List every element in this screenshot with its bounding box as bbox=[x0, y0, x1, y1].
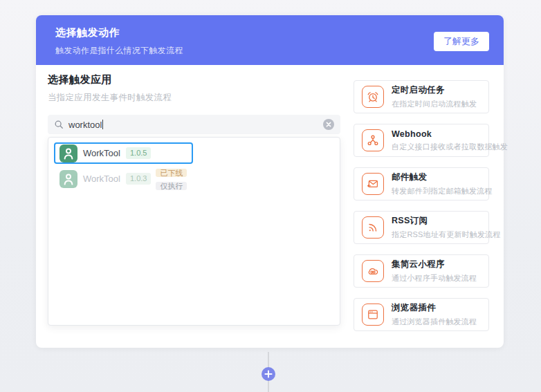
search-input[interactable]: worktool bbox=[48, 115, 340, 134]
trigger-card-4[interactable]: 集简云小程序 通过小程序手动触发流程 bbox=[354, 254, 489, 288]
trigger-card-5[interactable]: 浏览器插件 通过浏览器插件触发流程 bbox=[354, 298, 489, 331]
app-name: WorkTool bbox=[83, 148, 120, 158]
app-version-badge: 1.0.5 bbox=[126, 147, 151, 159]
app-status-badges: 已下线仅执行 bbox=[156, 166, 192, 192]
trigger-title: Webhook bbox=[392, 129, 481, 139]
canvas: 选择触发动作 触发动作是指什么情况下触发流程 了解更多 选择触发应用 当指定应用… bbox=[0, 0, 541, 392]
app-status-badge: 仅执行 bbox=[156, 182, 187, 190]
trigger-desc: 指定RSS地址有更新时触发流程 bbox=[392, 230, 481, 240]
add-step-button[interactable] bbox=[262, 367, 275, 381]
trigger-desc: 转发邮件到指定邮箱触发流程 bbox=[392, 186, 481, 196]
text-caret bbox=[102, 120, 103, 129]
trigger-card-3[interactable]: RSS订阅 指定RSS地址有更新时触发流程 bbox=[354, 211, 489, 244]
trigger-card-webhook[interactable]: Webhook 自定义接口接收或者拉取数据触发 bbox=[354, 124, 489, 157]
search-icon bbox=[54, 120, 64, 129]
app-result-row[interactable]: WorkTool 1.0.3 已下线仅执行 bbox=[54, 168, 193, 189]
mail-forward-icon bbox=[362, 173, 384, 195]
app-result-row[interactable]: WorkTool 1.0.5 bbox=[54, 142, 193, 164]
app-select-title: 选择触发应用 bbox=[48, 73, 340, 86]
webhook-icon bbox=[362, 129, 384, 151]
app-select-panel: 选择触发应用 当指定应用发生事件时触发流程 worktool WorkTool … bbox=[48, 73, 340, 326]
trigger-desc: 通过浏览器插件触发流程 bbox=[392, 317, 477, 327]
app-select-subtitle: 当指定应用发生事件时触发流程 bbox=[48, 92, 340, 104]
app-results-dropdown: WorkTool 1.0.5 WorkTool 1.0.3 已下线仅执行 bbox=[48, 137, 340, 326]
alarm-clock-icon bbox=[362, 86, 384, 108]
trigger-desc: 自定义接口接收或者拉取数据触发 bbox=[392, 142, 481, 152]
app-results-list: WorkTool 1.0.5 WorkTool 1.0.3 已下线仅执行 bbox=[54, 142, 334, 189]
trigger-desc: 在指定时间启动流程触发 bbox=[392, 99, 477, 109]
rss-icon bbox=[362, 216, 384, 239]
trigger-card-0[interactable]: 定时启动任务 在指定时间启动流程触发 bbox=[354, 80, 489, 113]
clear-search-button[interactable] bbox=[323, 119, 334, 130]
trigger-title: 浏览器插件 bbox=[392, 302, 477, 314]
search-value: worktool bbox=[68, 120, 103, 130]
app-status-badge: 已下线 bbox=[156, 169, 187, 177]
step-subtitle: 触发动作是指什么情况下触发流程 bbox=[55, 45, 484, 57]
browser-plugin-icon bbox=[362, 304, 384, 326]
trigger-desc: 通过小程序手动触发流程 bbox=[392, 273, 477, 283]
app-version-badge: 1.0.3 bbox=[126, 173, 151, 185]
worktool-app-icon bbox=[59, 144, 77, 162]
trigger-card-2[interactable]: 邮件触发 转发邮件到指定邮箱触发流程 bbox=[354, 167, 489, 200]
learn-more-button[interactable]: 了解更多 bbox=[434, 32, 489, 51]
trigger-title: 集简云小程序 bbox=[392, 259, 477, 270]
trigger-step-card: 选择触发动作 触发动作是指什么情况下触发流程 了解更多 选择触发应用 当指定应用… bbox=[36, 15, 504, 348]
step-title: 选择触发动作 bbox=[55, 26, 484, 39]
trigger-title: RSS订阅 bbox=[392, 215, 481, 227]
trigger-title: 定时启动任务 bbox=[392, 84, 477, 96]
step-header: 选择触发动作 触发动作是指什么情况下触发流程 了解更多 bbox=[36, 15, 504, 65]
cloud-miniapp-icon bbox=[362, 260, 384, 282]
trigger-title: 邮件触发 bbox=[392, 171, 481, 183]
builtin-trigger-list: 定时启动任务 在指定时间启动流程触发 Webhook 自定义接口接收或者拉取数据… bbox=[354, 80, 489, 331]
worktool-app-icon bbox=[59, 170, 77, 188]
app-name: WorkTool bbox=[83, 174, 120, 184]
